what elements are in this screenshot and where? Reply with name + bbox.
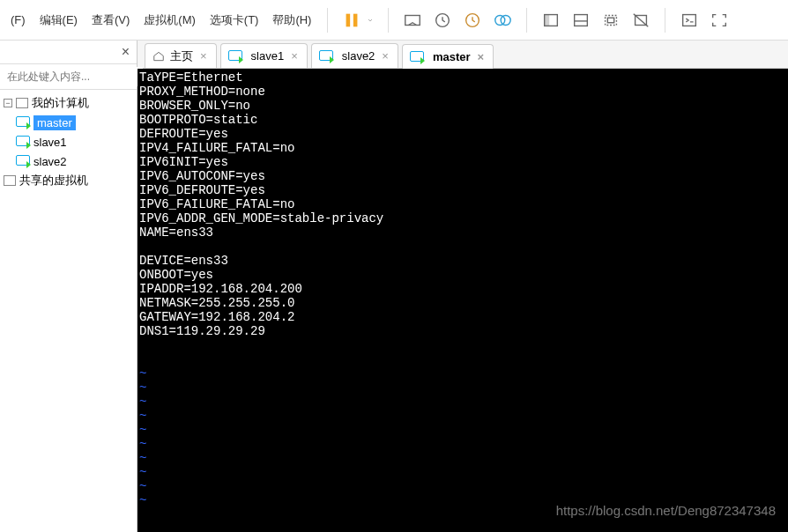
vm-running-icon: [16, 136, 30, 148]
svg-rect-8: [545, 14, 550, 26]
tab-label: slave2: [342, 49, 375, 63]
vm-running-icon: [319, 50, 333, 63]
manage-snapshot-button[interactable]: [487, 5, 517, 35]
pause-button[interactable]: [337, 5, 367, 35]
sidebar: × ▾ − 我的计算机 master slave1 slave2: [0, 41, 138, 532]
shared-icon: [4, 175, 16, 186]
fullscreen-button[interactable]: [704, 5, 734, 35]
svg-point-6: [502, 15, 511, 25]
menu-help[interactable]: 帮助(H): [265, 9, 318, 32]
tab-close-button[interactable]: ×: [198, 49, 209, 63]
vm-running-icon: [16, 155, 30, 167]
terminal-view[interactable]: TaYPE=Ethernet PROXY_METHOD=none BROWSER…: [138, 69, 788, 532]
tab-slave2[interactable]: slave2 ×: [311, 43, 398, 68]
tab-label: slave1: [251, 49, 285, 63]
chevron-down-icon: [367, 11, 374, 30]
tab-label: master: [433, 50, 471, 63]
tree-label: master: [33, 115, 76, 130]
tab-bar: 主页 × slave1 × slave2 × master ×: [138, 41, 788, 69]
svg-rect-1: [353, 13, 358, 26]
search-input[interactable]: [4, 67, 143, 86]
menu-view[interactable]: 查看(V): [85, 9, 137, 32]
svg-rect-9: [575, 14, 588, 26]
collapse-icon[interactable]: −: [4, 99, 12, 107]
unity-button[interactable]: [626, 5, 656, 35]
revert-snapshot-button[interactable]: [457, 5, 487, 35]
tab-close-button[interactable]: ×: [289, 49, 300, 63]
tab-slave1[interactable]: slave1 ×: [220, 43, 308, 68]
snapshot-icon: [433, 11, 452, 30]
tree-root-my-computer[interactable]: − 我的计算机: [0, 93, 137, 113]
layout-split-button[interactable]: [566, 5, 596, 35]
fullscreen-icon: [710, 11, 729, 30]
close-sidebar-button[interactable]: ×: [120, 42, 131, 62]
vm-tree: − 我的计算机 master slave1 slave2 共享的虚拟机: [0, 90, 137, 194]
layout-single-icon: [541, 11, 561, 30]
menu-file[interactable]: (F): [4, 10, 33, 30]
manage-snapshot-icon: [493, 11, 512, 30]
snapshot-button[interactable]: [427, 5, 457, 35]
pause-icon: [342, 11, 361, 30]
menu-vm[interactable]: 虚拟机(M): [137, 9, 203, 32]
pause-dropdown[interactable]: [367, 5, 379, 35]
svg-point-5: [495, 15, 505, 25]
svg-rect-11: [606, 15, 617, 25]
svg-rect-0: [346, 13, 351, 26]
main-area: × ▾ − 我的计算机 master slave1 slave2: [0, 41, 788, 532]
tab-close-button[interactable]: ×: [380, 49, 390, 63]
console-icon: [680, 11, 699, 30]
vm-running-icon: [16, 116, 30, 129]
tree-label: 共享的虚拟机: [19, 173, 88, 188]
tab-master[interactable]: master ×: [402, 44, 494, 69]
sidebar-search: ▾: [0, 63, 137, 90]
home-icon: [152, 50, 165, 63]
tab-home[interactable]: 主页 ×: [145, 43, 217, 68]
separator: [388, 8, 389, 33]
menu-bar: (F) 编辑(E) 查看(V) 虚拟机(M) 选项卡(T) 帮助(H): [0, 0, 788, 41]
layout-split-icon: [571, 11, 591, 30]
computer-icon: [16, 98, 28, 108]
menu-edit[interactable]: 编辑(E): [33, 9, 85, 32]
watermark-text: https://blog.csdn.net/Deng872347348: [556, 504, 776, 518]
sidebar-header: ×: [0, 41, 137, 63]
separator: [327, 8, 328, 33]
tree-vm-slave1[interactable]: slave1: [0, 132, 137, 151]
layout-single-button[interactable]: [536, 5, 566, 35]
tree-label: slave1: [33, 136, 67, 149]
tree-shared-vms[interactable]: 共享的虚拟机: [0, 171, 137, 190]
content-pane: 主页 × slave1 × slave2 × master × TaYPE=Et…: [138, 41, 788, 532]
unity-icon: [631, 11, 650, 30]
tree-label: 我的计算机: [32, 95, 89, 111]
menu-tabs[interactable]: 选项卡(T): [203, 9, 266, 32]
fit-guest-button[interactable]: [596, 5, 626, 35]
svg-rect-2: [405, 15, 420, 25]
revert-snapshot-icon: [463, 11, 482, 30]
tree-vm-slave2[interactable]: slave2: [0, 151, 137, 171]
keyboard-icon: [403, 11, 422, 30]
fit-guest-icon: [601, 11, 621, 30]
vm-running-icon: [410, 51, 424, 63]
separator: [665, 8, 665, 33]
tree-vm-master[interactable]: master: [0, 113, 137, 132]
send-ctrl-alt-del-button[interactable]: [398, 5, 427, 35]
vm-running-icon: [228, 50, 242, 63]
tab-label: 主页: [170, 48, 193, 64]
console-button[interactable]: [674, 5, 704, 35]
separator: [526, 8, 527, 33]
tree-label: slave2: [33, 155, 67, 168]
tab-close-button[interactable]: ×: [476, 50, 487, 63]
svg-rect-12: [608, 18, 614, 23]
